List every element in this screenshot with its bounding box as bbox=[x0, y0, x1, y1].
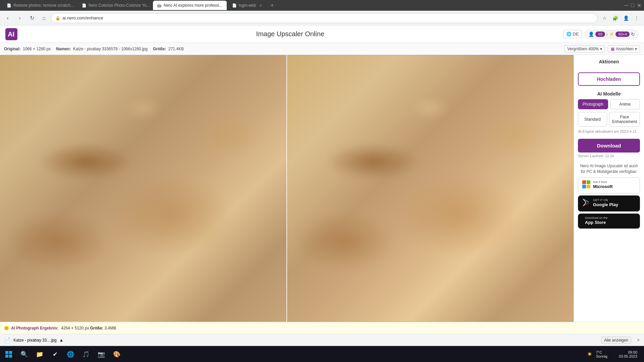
gp-small-text: GET IT ON bbox=[593, 199, 618, 202]
home-button[interactable]: ⌂ bbox=[39, 13, 49, 23]
model-standard-button[interactable]: Standard bbox=[578, 112, 607, 127]
ms-small-text: Get it from bbox=[593, 181, 613, 184]
taskbar-app1-icon: 🎵 bbox=[81, 350, 91, 359]
size-value: 271.4KB bbox=[168, 47, 184, 51]
download-button[interactable]: Download bbox=[578, 139, 640, 153]
svg-rect-6 bbox=[5, 351, 8, 354]
name-value: Katze - pixabay 3336579 - 1066x1280.jpg bbox=[73, 47, 148, 51]
maximize-button[interactable]: □ bbox=[631, 2, 634, 8]
original-value: 1066 × 1280 px bbox=[23, 47, 51, 51]
bookmark-icon[interactable]: ☆ bbox=[600, 13, 609, 23]
image-viewer bbox=[0, 55, 574, 322]
aktionen-title: Aktionen bbox=[578, 59, 640, 64]
user-score2: X0+4 bbox=[615, 32, 630, 37]
score-separator: | bbox=[606, 32, 607, 36]
zoom-control[interactable]: Vergrößern 400% ▾ bbox=[564, 45, 605, 53]
microsoft-store-button[interactable]: Get it from Microsoft bbox=[578, 177, 640, 193]
zoom-label: Vergrößern 400% bbox=[567, 47, 599, 51]
start-button[interactable] bbox=[1, 348, 16, 360]
taskbar-app1[interactable]: 🎵 bbox=[78, 348, 93, 360]
image-left-panel bbox=[0, 55, 286, 322]
weather-icon: ☀️ bbox=[587, 352, 592, 356]
image-right-panel bbox=[286, 55, 574, 322]
search-taskbar-button[interactable]: 🔍 bbox=[17, 348, 32, 360]
user-area[interactable]: 👤 X0 | ⚡ X0+4 ↻ bbox=[585, 30, 639, 39]
upload-button[interactable]: Hochladen bbox=[578, 72, 640, 86]
files-icon: 📁 bbox=[35, 350, 44, 359]
back-button[interactable]: ‹ bbox=[3, 13, 13, 23]
svg-rect-8 bbox=[5, 355, 8, 358]
refresh-icon: ↻ bbox=[631, 32, 635, 37]
windows-icon bbox=[4, 350, 13, 359]
files-button[interactable]: 📁 bbox=[32, 348, 47, 360]
tasks-button[interactable]: ✔ bbox=[48, 348, 62, 360]
tab-4-title: login-web bbox=[239, 3, 256, 8]
svg-rect-9 bbox=[9, 355, 12, 358]
tab-3-close[interactable]: ✕ bbox=[226, 4, 227, 7]
download-file-name: Katze - pixabay 33....jpg bbox=[13, 338, 57, 343]
engine-text: AI-Engine aktualisiert am 2023-4-11 bbox=[578, 129, 640, 133]
model-photograph-button[interactable]: Photograph bbox=[578, 99, 608, 109]
model-face-button[interactable]: Face Enhancement bbox=[609, 112, 640, 127]
svg-rect-3 bbox=[587, 180, 590, 184]
download-chevron[interactable]: ▲ bbox=[59, 338, 63, 343]
close-download-bar-button[interactable]: ✕ bbox=[637, 338, 640, 343]
download-file-icon: 📄 bbox=[4, 337, 11, 343]
tab-1[interactable]: 📄 Restore photos: remove scratch... ✕ bbox=[3, 1, 76, 10]
tab-2[interactable]: 📄 Nero Colorize Photo-Colorize Yo... ✕ bbox=[78, 1, 152, 10]
taskbar-app2-icon: 📷 bbox=[97, 350, 106, 359]
tab-2-title: Nero Colorize Photo-Colorize Yo... bbox=[89, 3, 150, 8]
google-play-button[interactable]: GET IT ON Google Play bbox=[578, 195, 640, 212]
gp-large-text: Google Play bbox=[593, 202, 618, 208]
reload-button[interactable]: ↻ bbox=[27, 13, 37, 23]
chrome-icon: 🌐 bbox=[66, 350, 75, 359]
tab-4[interactable]: 📄 login-web ✕ bbox=[228, 1, 266, 10]
tab-3[interactable]: 🤖 Nero AI explores more professi... ✕ bbox=[153, 1, 227, 10]
taskbar-app2[interactable]: 📷 bbox=[94, 348, 109, 360]
name-label: Namen: Katze - pixabay 3336579 - 1066x12… bbox=[56, 47, 148, 51]
as-small-text: Download on the bbox=[585, 217, 608, 220]
svg-text:AI: AI bbox=[8, 31, 14, 38]
show-all-button[interactable]: Alle anzeigen bbox=[601, 337, 631, 344]
weather-widget[interactable]: ☀️ 7°C Sonnig bbox=[585, 348, 613, 360]
address-bar[interactable]: 🔒 ai.nero.com/enhance bbox=[51, 13, 598, 23]
tab-4-close[interactable]: ✕ bbox=[259, 4, 262, 7]
availability-text: Nero AI Image Upscaler ist auch für PC &… bbox=[578, 163, 640, 175]
model-anime-button[interactable]: Anime bbox=[610, 99, 640, 109]
taskbar-app3-icon: 🎨 bbox=[112, 350, 121, 359]
profile-icon[interactable]: 👤 bbox=[621, 13, 631, 23]
view-control[interactable]: ▦ Ansichten ▾ bbox=[608, 45, 640, 53]
app-title: Image Upscaler Online bbox=[17, 30, 563, 38]
ms-large-text: Microsoft bbox=[593, 184, 613, 190]
minimize-button[interactable]: ─ bbox=[625, 2, 628, 8]
close-button[interactable]: ✕ bbox=[637, 2, 641, 9]
chrome-button[interactable]: 🌐 bbox=[63, 348, 78, 360]
menu-icon[interactable]: ⋮ bbox=[632, 13, 641, 23]
extensions-icon[interactable]: 🧩 bbox=[610, 13, 620, 23]
lang-label: DE bbox=[573, 32, 579, 37]
size-label: Größe: 271.4KB bbox=[153, 47, 184, 51]
result-dimensions: 4264 × 5120 px bbox=[61, 326, 89, 330]
svg-rect-4 bbox=[582, 185, 586, 188]
microsoft-icon bbox=[582, 180, 590, 190]
result-label: AI Photograph Ergebnis: bbox=[11, 326, 58, 330]
search-taskbar-icon: 🔍 bbox=[19, 350, 29, 359]
tasks-icon: ✔ bbox=[50, 350, 60, 359]
globe-icon: 🌐 bbox=[566, 32, 572, 37]
url-text: ai.nero.com/enhance bbox=[62, 15, 103, 20]
server-runtime: Server-Laufzeit: 12.0s bbox=[578, 154, 640, 158]
app-store-button[interactable]: Download on the App Store bbox=[578, 214, 640, 229]
language-selector[interactable]: 🌐 DE bbox=[563, 30, 582, 38]
svg-rect-2 bbox=[582, 180, 586, 184]
google-play-icon bbox=[582, 198, 590, 208]
lightning-icon: ⚡ bbox=[609, 32, 614, 37]
clock-widget[interactable]: 09:00 03.05.2023 bbox=[613, 348, 643, 360]
taskbar-app3[interactable]: 🎨 bbox=[109, 348, 124, 360]
forward-button[interactable]: › bbox=[15, 13, 25, 23]
add-tab-button[interactable]: + bbox=[267, 1, 277, 10]
grid-icon: ▦ bbox=[611, 47, 614, 51]
as-large-text: App Store bbox=[585, 220, 608, 226]
ai-models-title: AI Modelle bbox=[578, 91, 640, 97]
result-size-label: Größe: bbox=[90, 326, 103, 330]
user-icon: 👤 bbox=[588, 32, 594, 37]
